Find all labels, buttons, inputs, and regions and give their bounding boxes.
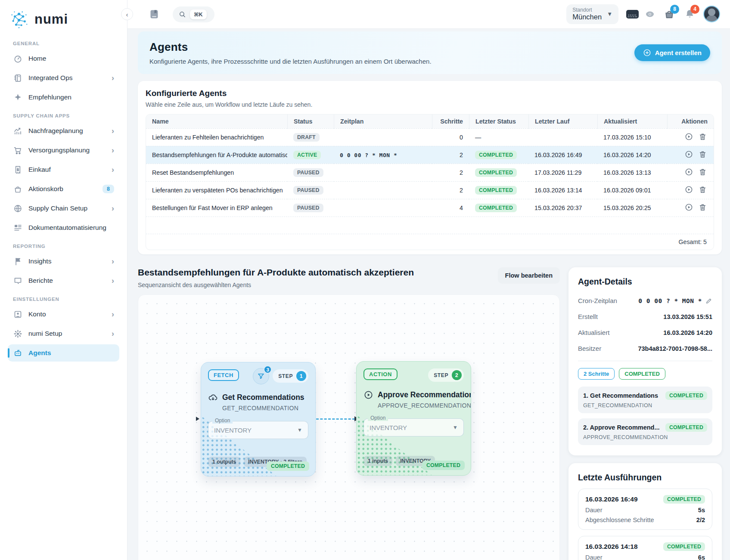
trash-icon[interactable] (699, 168, 707, 176)
run-item[interactable]: 16.03.2026 14:18 COMPLETED Dauer 6s (578, 536, 712, 560)
column-header-status[interactable]: Status (287, 114, 334, 128)
workflow-node-approve-recommendations[interactable]: ACTION STEP 2 Approve Recommendations (356, 361, 471, 476)
recent-runs-panel: Letzte Ausführungen 16.03.2026 16:49 COM… (568, 463, 722, 560)
notifications-button[interactable]: 4 (683, 8, 696, 21)
last-status-cell: — (469, 128, 528, 146)
sparkle-icon (13, 93, 22, 102)
location-selector[interactable]: Standort München ▼ (566, 4, 618, 25)
trash-icon[interactable] (699, 203, 707, 211)
sidebar-item-agents[interactable]: Agents (8, 344, 119, 362)
trash-icon[interactable] (699, 150, 707, 158)
step-status-badge: COMPLETED (665, 423, 707, 432)
table-row-selected[interactable]: Bestandsempfehlungen für A-Produkte auto… (146, 146, 714, 164)
sidebar-item-nachfrageplanung[interactable]: Nachfrageplanung › (8, 122, 119, 139)
sidebar-item-label: Berichte (28, 277, 106, 285)
status-badge: PAUSED (293, 186, 323, 195)
journal-button[interactable] (149, 9, 160, 20)
action-basket-button[interactable]: 8 (663, 8, 676, 21)
steps-count-badge: 2 Schritte (578, 368, 615, 380)
chevron-right-icon: › (112, 127, 114, 135)
sidebar-item-insights[interactable]: Insights › (8, 253, 119, 270)
status-badge: ACTIVE (293, 151, 321, 159)
workflow-canvas[interactable]: FETCH 3 STEP 1 (138, 294, 560, 560)
sidebar-item-einkauf[interactable]: Einkauf › (8, 161, 119, 178)
trash-icon[interactable] (699, 133, 707, 141)
edit-flow-button[interactable]: Flow bearbeiten (498, 267, 560, 284)
table-row[interactable]: Bestellungen für Fast Mover in ERP anleg… (146, 199, 714, 217)
page-content: Agents Konfigurierte Agents, ihre Prozes… (127, 29, 730, 560)
trash-icon[interactable] (699, 186, 707, 194)
column-header-letzter-lauf[interactable]: Letzter Lauf (528, 114, 597, 128)
step-status-badge: COMPLETED (665, 391, 707, 400)
play-run-icon[interactable] (685, 150, 693, 158)
agents-table: Name Status Zeitplan Schritte Letzter St… (146, 114, 714, 250)
collapse-sidebar-button[interactable]: ‹ (121, 8, 133, 20)
sidebar-item-supply-chain-setup[interactable]: Supply Chain Setup › (8, 200, 119, 217)
search-input[interactable]: ⌘K (173, 6, 214, 22)
basket-icon (13, 184, 22, 194)
page-subtitle: Konfigurierte Agents, ihre Prozessschrit… (149, 58, 432, 65)
keyboard-button[interactable] (626, 9, 637, 20)
pencil-icon[interactable] (705, 297, 712, 304)
option-value: INVENTORY (214, 427, 252, 434)
agent-name: Lieferanten zu Fehlteilen benachrichtige… (146, 128, 287, 146)
sidebar-item-integrated-ops[interactable]: Integrated Ops › (8, 69, 119, 87)
play-run-icon[interactable] (685, 133, 693, 141)
option-select[interactable]: Option INVENTORY ▼ (363, 418, 464, 436)
chevron-right-icon: › (112, 257, 114, 265)
chat-icon (13, 276, 22, 285)
filters-button[interactable]: 3 (253, 368, 269, 384)
flow-section: Bestandsempfehlungen für A-Produkte auto… (138, 267, 560, 560)
steps-count: 4 (432, 199, 469, 217)
run-item[interactable]: 16.03.2026 16:49 COMPLETED Dauer 5s Abge… (578, 489, 712, 530)
cart-icon (13, 145, 22, 155)
visibility-button[interactable] (644, 9, 655, 20)
table-row[interactable]: Lieferanten zu Fehlteilen benachrichtige… (146, 128, 714, 146)
updated-cell: 17.03.2026 15:10 (597, 128, 667, 146)
sidebar-item-label: Versorgungsplanung (28, 146, 106, 154)
agent-name: Bestellungen für Fast Mover in ERP anleg… (146, 199, 287, 217)
configured-agents-card: Konfigurierte Agents Wähle eine Zeile au… (138, 81, 722, 254)
search-shortcut: ⌘K (190, 9, 207, 19)
workflow-node-get-recommendations[interactable]: FETCH 3 STEP 1 (201, 362, 316, 476)
column-header-name[interactable]: Name (146, 114, 287, 128)
sidebar-item-empfehlungen[interactable]: Empfehlungen (8, 89, 119, 106)
page-header: Agents Konfigurierte Agents, ihre Prozes… (138, 31, 722, 74)
table-footer: Gesamt: 5 (146, 234, 714, 250)
last-run-cell: 16.03.2026 13:14 (528, 181, 597, 199)
detail-step-item[interactable]: 2. Approve Recommend... COMPLETED APPROV… (578, 418, 712, 445)
column-header-schritte[interactable]: Schritte (432, 114, 469, 128)
detail-field: Erstellt 13.03.2026 15:51 (578, 309, 712, 325)
agent-icon (13, 348, 22, 358)
sidebar-item-berichte[interactable]: Berichte › (8, 272, 119, 289)
node-kind-badge: FETCH (208, 369, 239, 381)
column-header-aktualisiert[interactable]: Aktualisiert (597, 114, 667, 128)
sidebar-item-home[interactable]: Home (8, 50, 119, 67)
play-run-icon[interactable] (685, 168, 693, 176)
chevron-right-icon: › (112, 330, 114, 337)
sidebar-item-numi-setup[interactable]: numi Setup › (8, 325, 119, 342)
create-agent-button[interactable]: Agent erstellen (634, 44, 710, 61)
topbar: ⌘K Standort München ▼ 8 (127, 0, 730, 29)
steps-count: 2 (432, 181, 469, 199)
bag-count-badge: 8 (670, 5, 679, 14)
table-row[interactable]: Lieferanten zu verspäteten POs benachric… (146, 181, 714, 199)
column-header-zeitplan[interactable]: Zeitplan (334, 114, 432, 128)
steps-count: 0 (432, 128, 469, 146)
play-run-icon[interactable] (685, 186, 693, 194)
avatar[interactable] (703, 6, 720, 22)
table-total: Gesamt: 5 (146, 234, 714, 250)
sidebar-item-dokumentautomatisierung[interactable]: Dokumentautomatisierung (8, 219, 119, 236)
option-select[interactable]: Option INVENTORY ▼ (208, 421, 308, 439)
chevron-left-icon: ‹ (126, 11, 128, 18)
step-pill: STEP 1 (273, 369, 308, 383)
play-run-icon[interactable] (685, 203, 693, 211)
column-header-letzter-status[interactable]: Letzter Status (469, 114, 528, 128)
notifications-count-badge: 4 (690, 5, 699, 14)
table-row[interactable]: Reset Bestandsempfehlungen PAUSED 2 COMP… (146, 164, 714, 181)
detail-step-item[interactable]: 1. Get Recommendations COMPLETED GET_REC… (578, 387, 712, 413)
location-label: Standort (572, 7, 602, 13)
sidebar-item-versorgungsplanung[interactable]: Versorgungsplanung › (8, 142, 119, 159)
sidebar-item-konto[interactable]: Konto › (8, 306, 119, 323)
sidebar-item-aktionskorb[interactable]: Aktionskorb 8 (8, 180, 119, 198)
